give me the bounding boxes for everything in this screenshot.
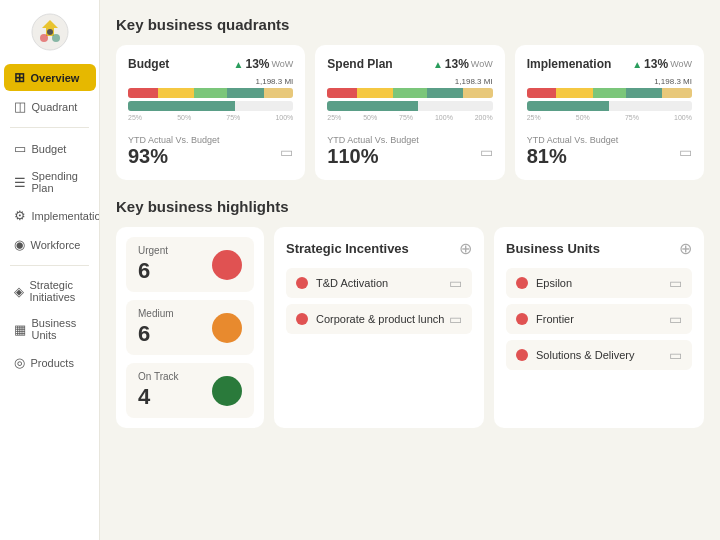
unit-item-epsilon: Epsilon ▭	[506, 268, 692, 298]
incentive-item-td: T&D Activation ▭	[286, 268, 472, 298]
sidebar-item-workforce[interactable]: ◉ Workforce	[4, 231, 96, 258]
urgency-medium-dot	[212, 313, 242, 343]
sidebar-item-strategic-initiatives[interactable]: ◈ Strategic Initiatives	[4, 273, 96, 309]
incentive-td-label: T&D Activation	[316, 277, 388, 289]
budget-bar-area: 1,198.3 MI 25%50%75%100%	[128, 77, 293, 131]
implementation-icon: ⚙	[14, 208, 26, 223]
business-units-card: Business Units ⊕ Epsilon ▭ Frontier ▭	[494, 227, 704, 428]
budget-ytd-label: YTD Actual Vs. Budget	[128, 135, 220, 145]
svg-point-3	[52, 34, 60, 42]
sidebar-item-implementation[interactable]: ⚙ Implementation	[4, 202, 96, 229]
implementation-bar-track2	[527, 101, 692, 111]
budget-bar-track2	[128, 101, 293, 111]
urgency-on-track-count: 4	[138, 384, 179, 410]
sidebar-item-overview[interactable]: ⊞ Overview	[4, 64, 96, 91]
sidebar-item-products[interactable]: ◎ Products	[4, 349, 96, 376]
implementation-bar-label: 1,198.3 MI	[527, 77, 692, 86]
spend-plan-bar-label: 1,198.3 MI	[327, 77, 492, 86]
unit-frontier-chat-icon[interactable]: ▭	[669, 311, 682, 327]
implementation-bar-axes: 25%50%75%100%	[527, 114, 692, 121]
budget-bar-track	[128, 88, 293, 98]
svg-point-4	[47, 29, 53, 35]
implementation-ytd-pct: 81%	[527, 145, 619, 168]
business-units-add-icon[interactable]: ⊕	[679, 239, 692, 258]
urgency-medium-count: 6	[138, 321, 174, 347]
urgency-panel: Urgent 6 Medium 6 On Track 4	[116, 227, 264, 428]
strategic-incentives-title: Strategic Incentives	[286, 241, 409, 256]
sidebar: ⊞ Overview ◫ Quadrant ▭ Budget ☰ Spendin…	[0, 0, 100, 540]
spend-plan-bar-axes: 25%50%75%100%200%	[327, 114, 492, 121]
incentive-corporate-label: Corporate & product lunch	[316, 313, 444, 325]
urgency-item-medium: Medium 6	[126, 300, 254, 355]
strategic-incentives-header: Strategic Incentives ⊕	[286, 239, 472, 258]
urgency-medium-label: Medium	[138, 308, 174, 319]
budget-icon: ▭	[14, 141, 26, 156]
spend-plan-chat-icon[interactable]: ▭	[480, 144, 493, 160]
implementation-card-title: Implemenation	[527, 57, 612, 71]
budget-bar-label: 1,198.3 MI	[128, 77, 293, 86]
unit-solutions-label: Solutions & Delivery	[536, 349, 634, 361]
strategic-incentives-card: Strategic Incentives ⊕ T&D Activation ▭ …	[274, 227, 484, 428]
sidebar-logo	[30, 12, 70, 55]
unit-frontier-label: Frontier	[536, 313, 574, 325]
implementation-bar-track	[527, 88, 692, 98]
spend-plan-ytd-label: YTD Actual Vs. Budget	[327, 135, 419, 145]
sidebar-item-budget[interactable]: ▭ Budget	[4, 135, 96, 162]
strategic-incentives-add-icon[interactable]: ⊕	[459, 239, 472, 258]
business-units-header: Business Units ⊕	[506, 239, 692, 258]
highlights-section-title: Key business highlights	[116, 198, 704, 215]
budget-card-title: Budget	[128, 57, 169, 71]
business-units-title: Business Units	[506, 241, 600, 256]
unit-item-frontier: Frontier ▭	[506, 304, 692, 334]
budget-quadrant-card: Budget ▲ 13% WoW 1,198.3 MI	[116, 45, 305, 180]
incentive-td-chat-icon[interactable]: ▭	[449, 275, 462, 291]
implementation-pct: ▲ 13% WoW	[632, 57, 692, 71]
quadrant-icon: ◫	[14, 99, 26, 114]
implementation-chat-icon[interactable]: ▭	[679, 144, 692, 160]
implementation-ytd-label: YTD Actual Vs. Budget	[527, 135, 619, 145]
implementation-bar-area: 1,198.3 MI 25%50%75%100%	[527, 77, 692, 131]
implementation-ytd-row: YTD Actual Vs. Budget 81% ▭	[527, 135, 692, 168]
unit-epsilon-dot	[516, 277, 528, 289]
main-content: Key business quadrants Budget ▲ 13% WoW …	[100, 0, 720, 540]
quadrants-row: Budget ▲ 13% WoW 1,198.3 MI	[116, 45, 704, 180]
budget-bar-axes: 25%50%75%100%	[128, 114, 293, 121]
sidebar-item-quadrant[interactable]: ◫ Quadrant	[4, 93, 96, 120]
sidebar-item-spending-plan[interactable]: ☰ Spending Plan	[4, 164, 96, 200]
overview-icon: ⊞	[14, 70, 25, 85]
urgency-urgent-count: 6	[138, 258, 168, 284]
budget-ytd-pct: 93%	[128, 145, 220, 168]
spend-plan-ytd-pct: 110%	[327, 145, 419, 168]
urgency-urgent-dot	[212, 250, 242, 280]
implementation-quadrant-card: Implemenation ▲ 13% WoW 1,198.3 MI	[515, 45, 704, 180]
unit-frontier-dot	[516, 313, 528, 325]
incentive-corporate-dot	[296, 313, 308, 325]
unit-epsilon-label: Epsilon	[536, 277, 572, 289]
products-icon: ◎	[14, 355, 25, 370]
incentive-td-dot	[296, 277, 308, 289]
incentive-item-corporate: Corporate & product lunch ▭	[286, 304, 472, 334]
urgency-on-track-label: On Track	[138, 371, 179, 382]
incentive-corporate-chat-icon[interactable]: ▭	[449, 311, 462, 327]
spend-plan-card-title: Spend Plan	[327, 57, 392, 71]
urgency-urgent-label: Urgent	[138, 245, 168, 256]
unit-solutions-chat-icon[interactable]: ▭	[669, 347, 682, 363]
spend-plan-ytd-row: YTD Actual Vs. Budget 110% ▭	[327, 135, 492, 168]
sidebar-item-business-units[interactable]: ▦ Business Units	[4, 311, 96, 347]
unit-epsilon-chat-icon[interactable]: ▭	[669, 275, 682, 291]
implementation-arrow-up: ▲	[632, 59, 642, 70]
unit-item-solutions: Solutions & Delivery ▭	[506, 340, 692, 370]
svg-point-2	[40, 34, 48, 42]
budget-ytd-row: YTD Actual Vs. Budget 93% ▭	[128, 135, 293, 168]
highlights-row: Urgent 6 Medium 6 On Track 4	[116, 227, 704, 428]
business-units-icon: ▦	[14, 322, 26, 337]
spending-plan-icon: ☰	[14, 175, 26, 190]
budget-chat-icon[interactable]: ▭	[280, 144, 293, 160]
strategic-initiatives-icon: ◈	[14, 284, 24, 299]
urgency-item-urgent: Urgent 6	[126, 237, 254, 292]
spend-plan-pct: ▲ 13% WoW	[433, 57, 493, 71]
spend-plan-quadrant-card: Spend Plan ▲ 13% WoW 1,198.3 MI	[315, 45, 504, 180]
urgency-item-on-track: On Track 4	[126, 363, 254, 418]
urgency-on-track-dot	[212, 376, 242, 406]
budget-pct: ▲ 13% WoW	[234, 57, 294, 71]
